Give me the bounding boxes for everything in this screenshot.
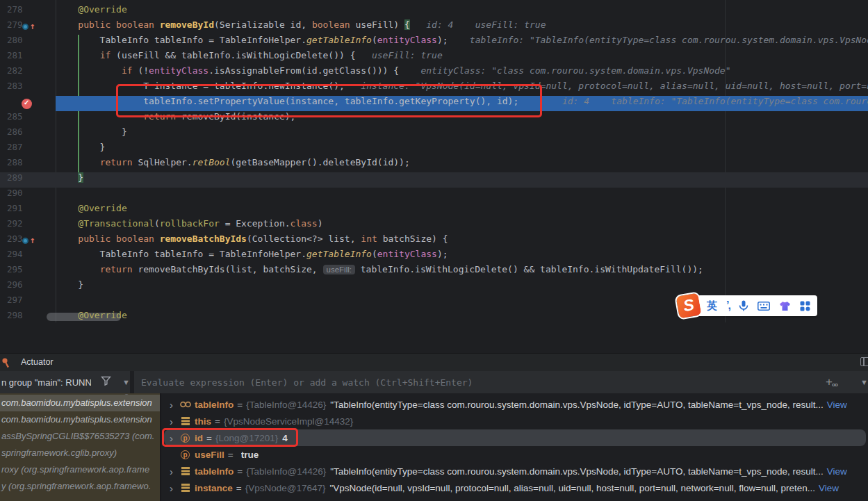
expand-chevron-icon[interactable]: › [170, 399, 180, 411]
code-line[interactable]: 287 } [0, 142, 868, 157]
expand-chevron-icon[interactable]: › [170, 416, 180, 427]
code-text: } [56, 279, 83, 290]
code-line[interactable]: 286 } [0, 126, 868, 142]
override-icon[interactable]: ↑ [22, 22, 33, 33]
code-line[interactable]: 281 if (useFill && tableInfo.isWithLogic… [0, 50, 868, 65]
code-text: } [56, 142, 105, 152]
code-line[interactable]: 294 TableInfo tableInfo = TableInfoHelpe… [0, 249, 868, 264]
mic-icon[interactable] [739, 300, 748, 311]
variables-panel[interactable]: ›tableInfo={TableInfo@14426}"TableInfo(e… [161, 393, 868, 501]
frames-panel[interactable]: com.baomidou.mybatisplus.extensioncom.ba… [0, 393, 160, 501]
line-number: 285 [7, 111, 38, 122]
code-line[interactable]: 279↑ public boolean removeById(Serializa… [0, 19, 868, 35]
view-link[interactable]: View [819, 483, 839, 493]
code-text: if (!entityClass.isAssignableFrom(id.get… [56, 65, 731, 76]
variable-row-tableInfo[interactable]: ›tableInfo={TableInfo@14426}"TableInfo(e… [161, 396, 868, 413]
chevron-down-icon[interactable]: ▼ [860, 378, 868, 386]
stack-frame[interactable]: com.baomidou.mybatisplus.extension [0, 395, 160, 411]
line-number: 283 [7, 81, 38, 91]
variable-value: "VpsNode(id=null, vpsId=null, protocol=n… [329, 483, 815, 493]
layout-settings-icon[interactable] [860, 357, 868, 366]
code-line[interactable]: 295 return removeBatchByIds(list, batchS… [0, 264, 868, 279]
code-text: @Override [56, 310, 127, 320]
ide-window: S 英 ’, 278 @Override279↑ public boolean … [0, 0, 868, 501]
line-number: 289 [7, 172, 38, 183]
line-number: 280 [7, 35, 38, 45]
line-number: 288 [7, 157, 38, 167]
evaluate-expression-input[interactable]: Evaluate expression (Enter) or add a wat… [134, 371, 868, 393]
code-line[interactable]: 293↑ public boolean removeBatchByIds(Col… [0, 233, 868, 249]
stack-frame[interactable]: assBySpringCGLIB$$76535273 (com. [0, 428, 160, 445]
debugger-toolbar: n group "main": RUNNING ▼ Evaluate expre… [0, 371, 868, 393]
variable-row-tableInfo[interactable]: ›tableInfo={TableInfo@14426}"TableInfo(e… [161, 463, 868, 479]
sogou-logo-icon[interactable]: S [674, 291, 703, 320]
ime-bar: 英 ’, [697, 295, 817, 316]
equals-sign: = [215, 416, 220, 427]
view-link[interactable]: View [827, 466, 847, 477]
tool-window-header: Actuator [0, 353, 868, 371]
stack-frame[interactable]: com.baomidou.mybatisplus.extension [0, 411, 160, 428]
add-watch-icon[interactable]: +oo [826, 375, 840, 389]
variable-value: true [241, 450, 259, 460]
ime-toolbar[interactable]: S 英 ’, [676, 293, 817, 318]
line-number: 294 [7, 249, 38, 259]
line-number: 290 [7, 188, 38, 198]
line-number: 278 [7, 4, 38, 15]
language-mode-icon[interactable]: 英 [707, 299, 717, 313]
code-text: if (useFill && tableInfo.isWithLogicDele… [56, 50, 443, 60]
chevron-down-icon[interactable]: ▼ [122, 378, 130, 386]
caret-line-highlight [0, 172, 868, 188]
thread-selector[interactable]: n group "main": RUNNING ▼ [0, 371, 130, 393]
expand-chevron-icon[interactable]: › [170, 466, 180, 477]
variable-value: "TableInfo(entityType=class com.rourou.s… [330, 466, 824, 477]
object-reference: {TableInfo@14426} [246, 466, 326, 477]
grid-icon[interactable] [800, 301, 810, 311]
bars-icon [180, 482, 191, 493]
code-text: return removeBatchByIds(list, batchSize,… [56, 264, 703, 274]
code-line[interactable]: 292 @Transactional(rollbackFor = Excepti… [0, 218, 868, 233]
variable-name: instance [195, 483, 233, 493]
skin-icon[interactable] [779, 301, 791, 311]
line-number: 282 [7, 65, 38, 76]
punctuation-icon[interactable]: ’, [726, 299, 730, 312]
code-line[interactable]: 289 } [0, 172, 868, 188]
code-line[interactable]: 291 @Override [0, 203, 868, 218]
code-line[interactable]: 282 if (!entityClass.isAssignableFrom(id… [0, 65, 868, 81]
stack-frame[interactable]: springframework.cglib.proxy) [0, 445, 160, 461]
code-text: } [56, 126, 127, 137]
variable-row-instance[interactable]: ›instance={VpsNode@17647}"VpsNode(id=nul… [161, 479, 868, 496]
keyboard-icon[interactable] [758, 302, 770, 311]
variable-name: this [195, 416, 211, 427]
code-line[interactable]: 290 [0, 188, 868, 203]
code-text: TableInfo tableInfo = TableInfoHelper.ge… [56, 249, 448, 259]
stack-frame[interactable]: y (org.springframework.aop.framewo. [0, 478, 160, 495]
expand-chevron-icon[interactable]: › [170, 482, 180, 494]
filter-icon[interactable] [101, 376, 111, 388]
override-icon[interactable]: ↑ [22, 236, 33, 247]
param-icon: p [181, 450, 190, 459]
debugger-content: com.baomidou.mybatisplus.extensioncom.ba… [0, 393, 868, 501]
line-number: 287 [7, 142, 38, 152]
view-link[interactable]: View [827, 400, 847, 410]
equals-sign: = [237, 466, 243, 477]
stack-frame[interactable]: roxy (org.springframework.aop.frame [0, 461, 160, 478]
code-editor[interactable]: S 英 ’, 278 @Override279↑ public boolean … [0, 0, 868, 353]
bars-icon [180, 416, 191, 427]
code-line[interactable]: 296 } [0, 279, 868, 295]
equals-sign: = [236, 483, 242, 493]
breakpoint-icon[interactable]: ✓ [22, 99, 32, 109]
variable-row-this[interactable]: ›this={VpsNodeServiceImpl@14432} [161, 413, 868, 429]
tab-actuator[interactable]: Actuator [21, 357, 54, 367]
line-number: 298 [7, 310, 38, 320]
code-text: @Override [56, 203, 127, 213]
code-text: @Override [56, 4, 127, 15]
code-line[interactable]: 288 return SqlHelper.retBool(getBaseMapp… [0, 157, 868, 172]
code-text: TableInfo tableInfo = TableInfoHelper.ge… [56, 35, 868, 45]
variable-row-useFill[interactable]: puseFill=true [161, 446, 868, 463]
code-line[interactable]: 278 @Override [0, 4, 868, 19]
bars-icon [180, 466, 191, 477]
variable-name: tableInfo [195, 400, 234, 410]
code-line[interactable]: 280 TableInfo tableInfo = TableInfoHelpe… [0, 35, 868, 50]
line-number: 292 [7, 218, 38, 229]
line-number: 281 [7, 50, 38, 60]
